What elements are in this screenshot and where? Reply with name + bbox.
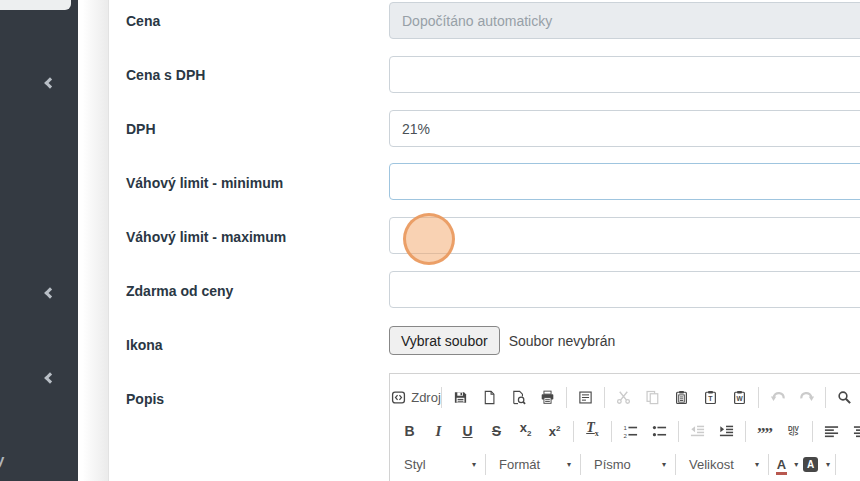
blockquote-button[interactable]: ”” — [751, 419, 778, 444]
subscript-icon: x2 — [520, 421, 532, 441]
chevron-left-icon[interactable] — [44, 372, 55, 383]
font-dropdown-label: Písmo — [594, 457, 631, 472]
description-editor[interactable]: ZdrojTWba BIUSx2x2Tx12””DIV</> Styl ▾ Fo… — [389, 373, 860, 481]
numberedlist-button[interactable]: 12 — [617, 419, 644, 444]
newpage-icon — [482, 390, 497, 405]
background-color-button[interactable]: A ▾ — [803, 452, 830, 477]
undo-icon — [770, 389, 786, 405]
italic-button[interactable]: I — [425, 419, 452, 444]
field-label-ikona: Ikona — [126, 337, 386, 354]
field-label-vahovy-limit-maximum: Váhový limit - maximum — [126, 229, 386, 246]
newpage-button[interactable] — [476, 385, 503, 410]
chevron-left-icon[interactable] — [44, 77, 55, 88]
style-dropdown[interactable]: Styl ▾ — [395, 452, 481, 477]
paste-button[interactable] — [668, 385, 695, 410]
background-color-icon: A — [803, 457, 818, 472]
toolbar-separator — [745, 421, 746, 442]
toolbar-separator — [835, 454, 836, 475]
field-label-vahovy-limit-minimum: Váhový limit - minimum — [126, 175, 386, 192]
toolbar-separator — [678, 421, 679, 442]
svg-text:W: W — [736, 395, 743, 402]
file-upload-button[interactable]: Vybrat soubor — [389, 326, 500, 355]
toolbar-separator — [768, 454, 769, 475]
sidebar-partial-label: y — [0, 451, 4, 468]
redo-button — [793, 385, 820, 410]
chevron-left-icon[interactable] — [44, 287, 55, 298]
undo-button — [764, 385, 791, 410]
aligncenter-button[interactable] — [847, 419, 860, 444]
subscript-button[interactable]: x2 — [512, 419, 539, 444]
removeformat-icon: Tx — [586, 421, 599, 441]
source-button[interactable]: Zdroj — [396, 385, 436, 410]
blockquote-icon: ”” — [757, 427, 772, 435]
cena-input — [389, 2, 860, 39]
redo-icon — [799, 389, 815, 405]
text-color-button[interactable]: A ▾ — [774, 452, 801, 477]
source-button-label: Zdroj — [411, 390, 441, 405]
outdent-button — [684, 419, 711, 444]
superscript-button[interactable]: x2 — [541, 419, 568, 444]
numberedlist-icon: 12 — [623, 424, 638, 439]
file-upload-row: Vybrat soubor Soubor nevybrán — [389, 326, 615, 355]
chevron-down-icon: ▾ — [567, 460, 571, 469]
zdarma-od-ceny-input[interactable] — [389, 271, 860, 308]
bulletedlist-button[interactable] — [646, 419, 673, 444]
toolbar-separator — [812, 421, 813, 442]
toolbar-separator — [675, 454, 676, 475]
sidebar-content-gap — [78, 0, 108, 481]
toolbar-separator — [758, 387, 759, 408]
save-button[interactable] — [447, 385, 474, 410]
removeformat-button[interactable]: Tx — [579, 419, 606, 444]
paste-icon — [674, 390, 689, 405]
field-label-cena: Cena — [126, 13, 386, 30]
bulletedlist-icon — [652, 424, 667, 439]
print-button[interactable] — [534, 385, 561, 410]
pasteword-button[interactable]: W — [726, 385, 753, 410]
format-dropdown[interactable]: Formát ▾ — [490, 452, 576, 477]
field-label-dph: DPH — [126, 121, 386, 138]
font-dropdown[interactable]: Písmo ▾ — [585, 452, 671, 477]
editor-toolbar-row1: ZdrojTWba — [390, 380, 860, 414]
file-upload-status: Soubor nevybrán — [509, 333, 616, 349]
find-button[interactable] — [831, 385, 858, 410]
cena-s-dph-input[interactable] — [389, 56, 860, 93]
sidebar-top-cutoff-item — [0, 0, 71, 10]
toolbar-separator — [580, 454, 581, 475]
strike-button[interactable]: S — [483, 419, 510, 444]
chevron-down-icon: ▾ — [662, 460, 666, 469]
vahovy-limit-maximum-input[interactable] — [389, 217, 860, 254]
outdent-icon — [690, 424, 705, 439]
field-label-cena-s-dph: Cena s DPH — [126, 67, 386, 84]
toolbar-separator — [825, 387, 826, 408]
svg-text:1: 1 — [623, 424, 627, 431]
text-color-icon: A — [777, 457, 786, 472]
toolbar-separator — [485, 454, 486, 475]
chevron-down-icon: ▾ — [826, 460, 830, 469]
indent-icon — [719, 424, 734, 439]
vahovy-limit-minimum-input[interactable] — [389, 163, 860, 200]
size-dropdown[interactable]: Velikost ▾ — [680, 452, 764, 477]
size-dropdown-label: Velikost — [689, 457, 734, 472]
dph-input[interactable] — [389, 110, 860, 147]
alignleft-icon — [824, 424, 839, 439]
superscript-icon: x2 — [549, 422, 561, 439]
alignleft-button[interactable] — [818, 419, 845, 444]
div-button[interactable]: DIV</> — [780, 419, 807, 444]
pastetext-button[interactable]: T — [697, 385, 724, 410]
bold-icon: B — [404, 424, 414, 438]
source-icon — [391, 390, 406, 405]
pastetext-icon: T — [703, 390, 718, 405]
print-icon — [540, 390, 555, 405]
editor-toolbar-row3: Styl ▾ Formát ▾ Písmo ▾ Velikost ▾ A ▾ A… — [390, 448, 860, 481]
preview-button[interactable] — [505, 385, 532, 410]
indent-button[interactable] — [713, 419, 740, 444]
sidebar: y — [0, 0, 78, 481]
templates-button[interactable] — [572, 385, 599, 410]
editor-toolbar-row2: BIUSx2x2Tx12””DIV</> — [390, 414, 860, 448]
toolbar-separator — [604, 387, 605, 408]
format-dropdown-label: Formát — [499, 457, 540, 472]
svg-text:T: T — [708, 395, 713, 402]
bold-button[interactable]: B — [396, 419, 423, 444]
toolbar-separator — [566, 387, 567, 408]
underline-button[interactable]: U — [454, 419, 481, 444]
